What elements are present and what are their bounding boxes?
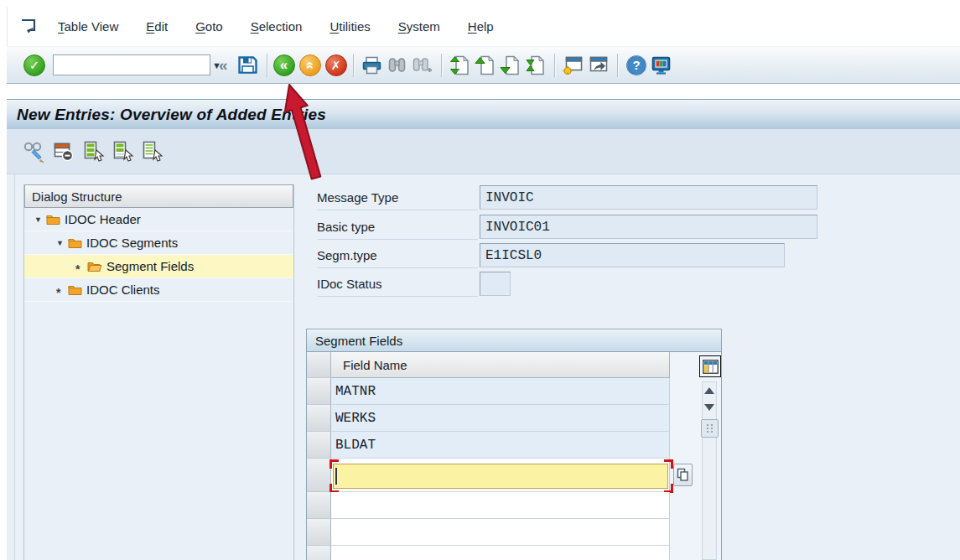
toolbar-separator: [554, 54, 555, 77]
dialog-structure-panel: Dialog Structure ▼ IDOC Header ▼ IDOC Se…: [23, 184, 294, 560]
find-next-button[interactable]: [410, 53, 435, 78]
last-page-button[interactable]: [523, 53, 548, 78]
deselect-all-icon: [140, 140, 163, 163]
print-button[interactable]: [360, 53, 385, 78]
menu-system[interactable]: System: [398, 19, 440, 34]
table-cell-bldat[interactable]: BLDAT: [331, 432, 670, 459]
open-folder-icon: [87, 261, 102, 272]
scroll-up-button[interactable]: [703, 382, 716, 399]
display-change-icon: [23, 140, 46, 163]
segm-type-label: Segm.type: [317, 243, 478, 268]
svg-text:?: ?: [632, 58, 640, 72]
scroll-down-button[interactable]: [703, 399, 716, 416]
display-change-button[interactable]: [22, 139, 47, 164]
menu-bar: Table View Edit Goto Selection Utilities…: [7, 7, 960, 46]
active-cell-focus-frame: [330, 459, 673, 493]
segm-type-field[interactable]: E1ICSL0: [480, 243, 785, 267]
customize-layout-icon: [650, 54, 672, 76]
row-selector[interactable]: [307, 378, 331, 405]
tree-node-idoc-segments[interactable]: ▼ IDOC Segments: [24, 231, 293, 255]
tree-node-idoc-header[interactable]: ▼ IDOC Header: [24, 208, 293, 231]
command-input[interactable]: [54, 56, 212, 74]
table-cell-empty[interactable]: [331, 519, 670, 546]
menu-edit[interactable]: Edit: [146, 19, 168, 34]
last-page-icon: [525, 54, 546, 76]
expander-icon[interactable]: ▼: [56, 239, 68, 247]
menu-items: Table View Edit Goto Selection Utilities…: [58, 19, 494, 34]
select-all-icon: [81, 140, 105, 163]
folder-icon: [46, 214, 60, 225]
exit-button[interactable]: «: [299, 54, 321, 76]
segment-fields-table: Segment Fields Field Name MATNR WERKS BL…: [306, 329, 722, 560]
new-session-button[interactable]: [561, 53, 586, 78]
toolbar-separator: [267, 54, 267, 77]
table-cell-empty[interactable]: [331, 546, 670, 560]
customize-layout-button[interactable]: [649, 53, 674, 78]
collapse-toolbar-icon[interactable]: «: [219, 56, 228, 75]
create-shortcut-button[interactable]: [586, 53, 611, 78]
title-bar: New Entries: Overview of Added Entries: [7, 99, 960, 129]
check-icon: ✓: [29, 58, 40, 73]
idoc-status-field[interactable]: [480, 272, 511, 296]
toolbar-separator: [617, 54, 618, 77]
menu-table-view[interactable]: Table View: [58, 19, 118, 34]
find-button[interactable]: [385, 53, 410, 78]
command-field[interactable]: ▼: [53, 54, 210, 75]
back-button[interactable]: «: [273, 54, 295, 76]
table-title: Segment Fields: [307, 329, 721, 352]
scrollbar-grip[interactable]: [701, 419, 719, 438]
message-type-field[interactable]: INVOIC: [480, 185, 817, 210]
previous-page-button[interactable]: [473, 53, 498, 78]
menu-exit-icon[interactable]: [18, 17, 40, 37]
row-selector[interactable]: [307, 546, 331, 560]
next-page-button[interactable]: [498, 53, 523, 78]
new-session-icon: [563, 54, 584, 75]
basic-type-field[interactable]: INVOIC01: [480, 215, 817, 239]
select-block-button[interactable]: [110, 139, 135, 164]
table-cell-werks[interactable]: WERKS: [331, 405, 670, 432]
expander-icon[interactable]: ▼: [34, 215, 46, 224]
row-selector[interactable]: [307, 519, 331, 546]
folder-icon: [68, 284, 82, 295]
tree-node-segment-fields-selected[interactable]: * Segment Fields: [24, 255, 293, 278]
application-toolbar: [7, 129, 960, 174]
work-area: Dialog Structure ▼ IDOC Header ▼ IDOC Se…: [7, 174, 960, 560]
page-title: New Entries: Overview of Added Entries: [7, 106, 326, 124]
row-selector[interactable]: [307, 405, 331, 432]
system-toolbar: ✓ ▼ « « « ✗: [7, 46, 960, 84]
possible-entries-button[interactable]: [673, 464, 693, 486]
deselect-all-button[interactable]: [139, 139, 164, 164]
first-page-button[interactable]: [448, 53, 473, 78]
grip-dots-icon: [706, 423, 714, 433]
row-selector[interactable]: [307, 492, 331, 519]
menu-goto[interactable]: Goto: [195, 19, 223, 34]
table-cell-empty[interactable]: [331, 492, 670, 519]
table-cell-matnr[interactable]: MATNR: [331, 378, 670, 405]
exit-icon: «: [302, 61, 319, 69]
message-type-label: Message Type: [317, 185, 478, 210]
first-page-icon: [449, 54, 470, 76]
menu-selection[interactable]: Selection: [251, 19, 303, 34]
active-field-name-input[interactable]: [333, 464, 668, 489]
table-settings-button[interactable]: [699, 355, 721, 377]
dialog-structure-header: Dialog Structure: [24, 184, 293, 208]
triangle-up-icon: [704, 387, 714, 394]
menu-help[interactable]: Help: [468, 19, 494, 34]
text-cursor: [335, 468, 337, 485]
tree-node-idoc-clients[interactable]: * IDOC Clients: [24, 278, 293, 302]
save-button[interactable]: [236, 53, 261, 78]
row-selector[interactable]: [307, 459, 331, 492]
row-selector[interactable]: [307, 432, 331, 459]
row-selector-header[interactable]: [307, 352, 331, 378]
help-button[interactable]: ?: [624, 53, 649, 78]
enter-button[interactable]: ✓: [23, 54, 45, 76]
delete-entry-button[interactable]: [51, 139, 76, 164]
copy-icon: [677, 468, 689, 482]
menu-utilities[interactable]: Utilities: [330, 19, 370, 34]
next-page-icon: [500, 54, 521, 76]
triangle-down-icon: [704, 404, 714, 411]
cancel-button[interactable]: ✗: [325, 54, 347, 76]
select-all-button[interactable]: [80, 139, 106, 164]
column-header-field-name[interactable]: Field Name: [331, 352, 670, 378]
table-vertical-scrollbar[interactable]: [702, 381, 717, 560]
